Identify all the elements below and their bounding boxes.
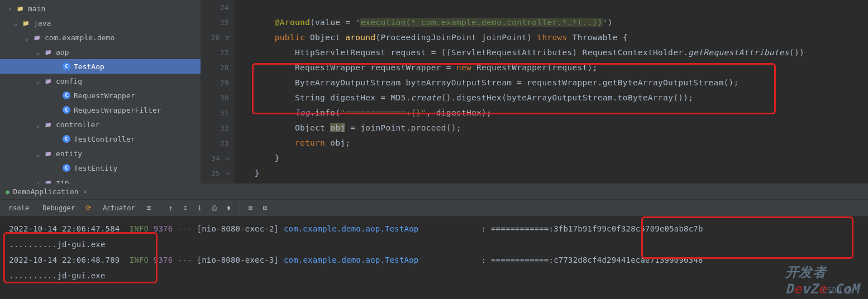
run-tab-bar: ● DemoApplication ×	[0, 184, 868, 200]
separator	[240, 203, 240, 213]
watermark-devze: 开发者DevZe.CoM	[785, 263, 859, 297]
tree-item-label: zip	[56, 179, 69, 184]
bottom-panel: ● DemoApplication × nsole Debugger ⟳ Act…	[0, 184, 868, 299]
line-num: 24	[220, 0, 229, 15]
tree-item-label: TestEntity	[74, 164, 117, 172]
tree-item-java[interactable]: java	[0, 16, 201, 30]
line-num: 28	[220, 60, 229, 75]
tree-arrow-icon[interactable]	[35, 78, 41, 84]
line-num: 27	[220, 45, 229, 60]
tree-arrow-icon[interactable]	[12, 20, 19, 26]
project-tree[interactable]: mainjavacom.example.demoaopTestAopconfig…	[0, 0, 201, 184]
fold-icon[interactable]: ⊟	[225, 30, 229, 45]
filter-icon[interactable]: ⚱	[223, 202, 235, 214]
package-icon	[32, 33, 41, 42]
tree-item-controller[interactable]: controller	[0, 117, 201, 132]
tree-item-entity[interactable]: entity	[0, 146, 201, 161]
scroll-up-icon[interactable]: ↥	[165, 202, 177, 214]
tree-item-config[interactable]: config	[0, 74, 201, 88]
close-icon[interactable]: ×	[83, 187, 88, 196]
fold-icon[interactable]: ⊟	[225, 166, 229, 181]
folder-icon	[16, 4, 25, 13]
tree-item-aop[interactable]: aop	[0, 45, 201, 59]
tree-item-label: RequestWrapperFilter	[74, 106, 161, 114]
tree-item-label: entity	[56, 150, 82, 158]
collapse-icon[interactable]: ≡	[143, 202, 155, 214]
actuator-icon[interactable]: ⟳	[83, 202, 95, 214]
line-num: 26	[211, 30, 220, 45]
line-num: 34	[211, 151, 220, 166]
main-split: mainjavacom.example.demoaopTestAopconfig…	[0, 0, 868, 184]
line-num: 35	[211, 166, 220, 181]
export-icon[interactable]: ⤓	[194, 202, 206, 214]
tree-item-testentity[interactable]: TestEntity	[0, 161, 201, 175]
class-icon	[63, 106, 70, 114]
line-num: 32	[220, 120, 229, 136]
tree-item-label: aop	[56, 48, 69, 56]
bottom-toolbar: nsole Debugger ⟳ Actuator ≡ ↥ ↧ ⤓ ⎙ ⚱ ⊞ …	[0, 200, 868, 216]
tree-item-zip[interactable]: zip	[0, 175, 201, 184]
separator	[160, 203, 160, 213]
tree-arrow-icon[interactable]	[23, 34, 30, 41]
tree-item-testaop[interactable]: TestAop	[0, 59, 201, 74]
tree-item-requestwrapperfilter[interactable]: RequestWrapperFilter	[0, 103, 201, 117]
code-area[interactable]: @Around(value = "execution(* com.example…	[235, 0, 868, 184]
tab-debugger[interactable]: Debugger	[37, 202, 80, 214]
tree-item-main[interactable]: main	[0, 1, 201, 16]
class-icon	[63, 135, 70, 143]
tab-actuator[interactable]: Actuator	[97, 202, 141, 214]
folder-icon	[21, 18, 30, 27]
tree-arrow-icon[interactable]	[35, 49, 41, 55]
package-icon	[44, 149, 53, 158]
line-num: 25	[220, 15, 229, 30]
tree-item-label: config	[56, 77, 82, 85]
tree-item-requestwrapper[interactable]: RequestWrapper	[0, 88, 201, 103]
tab-console[interactable]: nsole	[3, 202, 35, 214]
tree-item-label: com.example.demo	[45, 33, 115, 42]
line-num: 33	[220, 136, 229, 151]
run-tab-title[interactable]: DemoApplication	[13, 187, 78, 196]
scroll-down-icon[interactable]: ↧	[179, 202, 192, 214]
tree-arrow-icon[interactable]	[7, 5, 13, 12]
tree-item-label: controller	[56, 120, 99, 129]
console-output[interactable]: 2022-10-14 22:06:47.584 INFO 9376 --- [n…	[0, 216, 868, 299]
tree-item-label: RequestWrapper	[74, 91, 135, 100]
tree-item-testcontroller[interactable]: TestController	[0, 132, 201, 146]
tree-arrow-icon[interactable]	[35, 150, 41, 157]
softwrap-icon[interactable]: ⊞	[245, 202, 257, 214]
tree-item-label: TestController	[74, 135, 135, 143]
gutter: 24 25 26⊟ 27 28 29 30 31 32 33 34⊟ 35⊟ @	[201, 0, 235, 184]
package-icon	[44, 76, 53, 85]
fold-icon[interactable]: ⊟	[225, 151, 229, 166]
package-icon	[44, 47, 53, 56]
settings-icon[interactable]: ⊟	[259, 202, 271, 214]
tree-arrow-icon[interactable]	[35, 121, 41, 128]
package-icon	[44, 120, 53, 129]
print-icon[interactable]: ⎙	[208, 202, 221, 214]
class-icon	[63, 164, 70, 172]
tree-item-label: main	[28, 4, 45, 13]
package-icon	[44, 178, 53, 184]
class-icon	[63, 91, 70, 99]
tree-arrow-icon[interactable]	[35, 179, 41, 184]
tree-item-com-example-demo[interactable]: com.example.demo	[0, 30, 201, 45]
editor: 24 25 26⊟ 27 28 29 30 31 32 33 34⊟ 35⊟ @	[201, 0, 868, 184]
run-icon: ●	[6, 188, 9, 196]
line-num: 30	[220, 90, 229, 105]
code-line	[255, 0, 868, 15]
line-num: 31	[220, 105, 229, 120]
class-icon	[63, 62, 70, 70]
line-num: 29	[220, 75, 229, 90]
tree-item-label: java	[34, 19, 51, 27]
tree-item-label: TestAop	[74, 62, 104, 71]
